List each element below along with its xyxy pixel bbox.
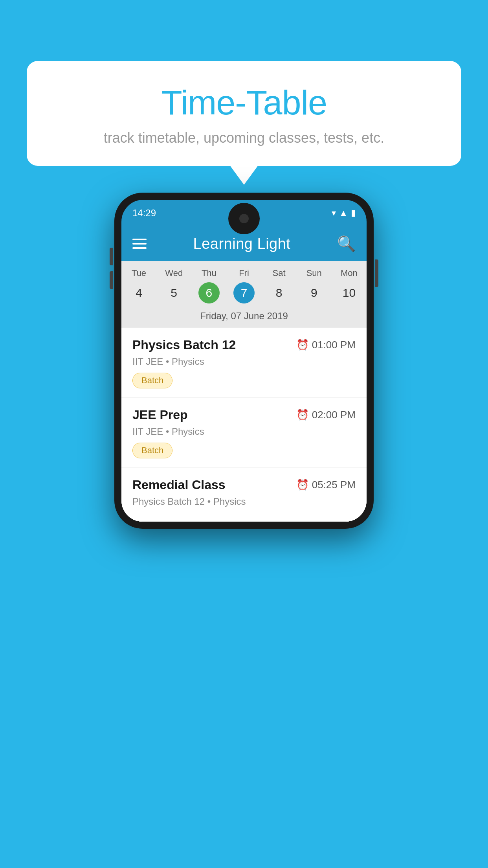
- clock-icon: ⏰: [296, 479, 309, 491]
- selected-date-label: Friday, 07 June 2019: [121, 305, 367, 327]
- calendar-day-num[interactable]: 6: [198, 282, 220, 303]
- clock-icon: ⏰: [296, 409, 309, 421]
- schedule-item-time: ⏰ 05:25 PM: [296, 479, 356, 491]
- schedule-item[interactable]: Remedial Class ⏰ 05:25 PM Physics Batch …: [121, 467, 367, 522]
- schedule-item[interactable]: JEE Prep ⏰ 02:00 PM IIT JEE • Physics Ba…: [121, 397, 367, 467]
- schedule-item-subtitle: Physics Batch 12 • Physics: [132, 496, 356, 507]
- schedule-item-title: JEE Prep: [132, 408, 188, 422]
- notch: [228, 203, 260, 234]
- calendar-day[interactable]: Wed5: [156, 268, 191, 305]
- calendar-day-name: Tue: [121, 268, 156, 278]
- calendar-day-num[interactable]: 8: [268, 282, 290, 303]
- calendar-day-num[interactable]: 10: [338, 282, 360, 303]
- calendar-day-name: Mon: [332, 268, 367, 278]
- speech-bubble: Time-Table track timetable, upcoming cla…: [27, 61, 461, 166]
- phone-mockup: 14:29 ▾ ▲ ▮ Learning Light 🔍: [114, 193, 374, 529]
- bubble-subtitle: track timetable, upcoming classes, tests…: [50, 130, 438, 146]
- schedule-item-title: Remedial Class: [132, 478, 226, 492]
- schedule-item-header: Physics Batch 12 ⏰ 01:00 PM: [132, 338, 356, 352]
- status-bar: 14:29 ▾ ▲ ▮: [121, 200, 367, 226]
- schedule-item-subtitle: IIT JEE • Physics: [132, 426, 356, 437]
- schedule-item-time: ⏰ 01:00 PM: [296, 339, 356, 351]
- calendar-week: Tue4Wed5Thu6Fri7Sat8Sun9Mon10: [121, 261, 367, 305]
- hamburger-line-2: [132, 243, 147, 245]
- calendar-day-num[interactable]: 7: [233, 282, 255, 303]
- phone-screen: Learning Light 🔍 Tue4Wed5Thu6Fri7Sat8Sun…: [121, 226, 367, 522]
- volume-button-2: [110, 271, 113, 289]
- batch-tag: Batch: [132, 373, 172, 388]
- schedule-item-header: JEE Prep ⏰ 02:00 PM: [132, 408, 356, 422]
- volume-button-1: [110, 248, 113, 265]
- calendar-day[interactable]: Thu6: [191, 268, 226, 305]
- signal-icon: ▲: [339, 208, 348, 218]
- calendar-day-num[interactable]: 4: [128, 282, 150, 303]
- calendar-day-name: Wed: [156, 268, 191, 278]
- status-icons: ▾ ▲ ▮: [332, 208, 356, 218]
- calendar-day[interactable]: Tue4: [121, 268, 156, 305]
- app-title: Learning Light: [193, 235, 291, 252]
- schedule-item[interactable]: Physics Batch 12 ⏰ 01:00 PM IIT JEE • Ph…: [121, 327, 367, 397]
- calendar-day-num[interactable]: 9: [303, 282, 325, 303]
- battery-icon: ▮: [351, 208, 356, 218]
- phone-frame: 14:29 ▾ ▲ ▮ Learning Light 🔍: [114, 193, 374, 529]
- speech-bubble-container: Time-Table track timetable, upcoming cla…: [27, 61, 461, 166]
- calendar-day[interactable]: Sat8: [262, 268, 297, 305]
- search-button[interactable]: 🔍: [337, 235, 356, 252]
- schedule-item-subtitle: IIT JEE • Physics: [132, 356, 356, 367]
- camera: [239, 214, 249, 223]
- hamburger-line-1: [132, 239, 147, 240]
- power-button: [375, 259, 378, 287]
- schedule-list: Physics Batch 12 ⏰ 01:00 PM IIT JEE • Ph…: [121, 327, 367, 522]
- calendar-day-name: Thu: [191, 268, 226, 278]
- calendar-day[interactable]: Mon10: [332, 268, 367, 305]
- hamburger-line-3: [132, 247, 147, 249]
- clock-icon: ⏰: [296, 339, 309, 351]
- calendar-day-num[interactable]: 5: [163, 282, 185, 303]
- bubble-title: Time-Table: [50, 83, 438, 123]
- schedule-item-time: ⏰ 02:00 PM: [296, 409, 356, 421]
- calendar-day-name: Sun: [297, 268, 332, 278]
- calendar-day-name: Sat: [262, 268, 297, 278]
- batch-tag: Batch: [132, 443, 172, 458]
- wifi-icon: ▾: [332, 208, 336, 218]
- hamburger-button[interactable]: [132, 239, 147, 249]
- calendar-day[interactable]: Fri7: [226, 268, 261, 305]
- schedule-item-header: Remedial Class ⏰ 05:25 PM: [132, 478, 356, 492]
- status-time: 14:29: [132, 208, 156, 219]
- schedule-item-title: Physics Batch 12: [132, 338, 236, 352]
- calendar-day-name: Fri: [226, 268, 261, 278]
- calendar-day[interactable]: Sun9: [297, 268, 332, 305]
